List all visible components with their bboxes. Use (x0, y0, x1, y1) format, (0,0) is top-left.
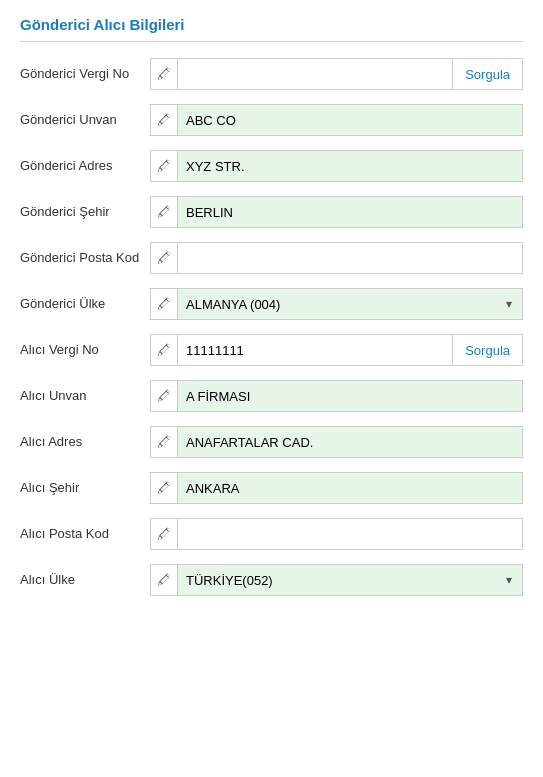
control-aliciSehir (150, 472, 523, 504)
edit-icon-aliciUnvan[interactable] (150, 380, 178, 412)
input-gonVergiNo[interactable] (178, 58, 453, 90)
control-gonSehir (150, 196, 523, 228)
control-gonPostaKod (150, 242, 523, 274)
select-wrapper-gonUlke: ALMANYA (004) (178, 288, 523, 320)
form-row-gonAdres: Gönderici Adres (20, 148, 523, 184)
form-row-aliciPostaKod: Alıcı Posta Kod (20, 516, 523, 552)
label-aliciVergiNo: Alıcı Vergi No (20, 342, 150, 359)
control-gonAdres (150, 150, 523, 182)
input-aliciAdres[interactable] (178, 426, 523, 458)
input-gonSehir[interactable] (178, 196, 523, 228)
label-gonUlke: Gönderici Ülke (20, 296, 150, 313)
select-aliciUlke[interactable]: TÜRKİYE(052) (178, 564, 523, 596)
select-wrapper-aliciUlke: TÜRKİYE(052) (178, 564, 523, 596)
control-aliciAdres (150, 426, 523, 458)
control-gonVergiNo: Sorgula (150, 58, 523, 90)
control-gonUlke: ALMANYA (004) (150, 288, 523, 320)
edit-icon-gonSehir[interactable] (150, 196, 178, 228)
edit-icon-gonUnvan[interactable] (150, 104, 178, 136)
form-row-aliciVergiNo: Alıcı Vergi No Sorgula (20, 332, 523, 368)
sorgula-btn-aliciVergiNo[interactable]: Sorgula (453, 334, 523, 366)
control-aliciPostaKod (150, 518, 523, 550)
form-rows-container: Gönderici Vergi No SorgulaGönderici Unva… (20, 56, 523, 598)
control-aliciUnvan (150, 380, 523, 412)
label-aliciPostaKod: Alıcı Posta Kod (20, 526, 150, 543)
label-aliciUnvan: Alıcı Unvan (20, 388, 150, 405)
input-gonUnvan[interactable] (178, 104, 523, 136)
label-gonUnvan: Gönderici Unvan (20, 112, 150, 129)
form-row-gonPostaKod: Gönderici Posta Kod (20, 240, 523, 276)
input-aliciSehir[interactable] (178, 472, 523, 504)
form-row-gonUlke: Gönderici Ülke ALMANYA (004) (20, 286, 523, 322)
label-aliciSehir: Alıcı Şehir (20, 480, 150, 497)
input-aliciUnvan[interactable] (178, 380, 523, 412)
label-gonPostaKod: Gönderici Posta Kod (20, 250, 150, 267)
form-row-gonUnvan: Gönderici Unvan (20, 102, 523, 138)
form-row-aliciAdres: Alıcı Adres (20, 424, 523, 460)
edit-icon-aliciSehir[interactable] (150, 472, 178, 504)
control-aliciUlke: TÜRKİYE(052) (150, 564, 523, 596)
form-row-gonVergiNo: Gönderici Vergi No Sorgula (20, 56, 523, 92)
input-aliciPostaKod[interactable] (178, 518, 523, 550)
section-title: Gönderici Alıcı Bilgileri (20, 16, 523, 42)
form-row-gonSehir: Gönderici Şehir (20, 194, 523, 230)
form-row-aliciUnvan: Alıcı Unvan (20, 378, 523, 414)
page-container: Gönderici Alıcı Bilgileri Gönderici Verg… (0, 0, 543, 624)
label-aliciAdres: Alıcı Adres (20, 434, 150, 451)
edit-icon-aliciAdres[interactable] (150, 426, 178, 458)
form-row-aliciUlke: Alıcı Ülke TÜRKİYE(052) (20, 562, 523, 598)
edit-icon-gonVergiNo[interactable] (150, 58, 178, 90)
edit-icon-aliciVergiNo[interactable] (150, 334, 178, 366)
label-gonAdres: Gönderici Adres (20, 158, 150, 175)
edit-icon-aliciUlke[interactable] (150, 564, 178, 596)
input-aliciVergiNo[interactable] (178, 334, 453, 366)
edit-icon-gonUlke[interactable] (150, 288, 178, 320)
edit-icon-gonPostaKod[interactable] (150, 242, 178, 274)
edit-icon-aliciPostaKod[interactable] (150, 518, 178, 550)
label-aliciUlke: Alıcı Ülke (20, 572, 150, 589)
select-gonUlke[interactable]: ALMANYA (004) (178, 288, 523, 320)
input-gonPostaKod[interactable] (178, 242, 523, 274)
label-gonVergiNo: Gönderici Vergi No (20, 66, 150, 83)
control-aliciVergiNo: Sorgula (150, 334, 523, 366)
form-row-aliciSehir: Alıcı Şehir (20, 470, 523, 506)
control-gonUnvan (150, 104, 523, 136)
edit-icon-gonAdres[interactable] (150, 150, 178, 182)
sorgula-btn-gonVergiNo[interactable]: Sorgula (453, 58, 523, 90)
label-gonSehir: Gönderici Şehir (20, 204, 150, 221)
input-gonAdres[interactable] (178, 150, 523, 182)
